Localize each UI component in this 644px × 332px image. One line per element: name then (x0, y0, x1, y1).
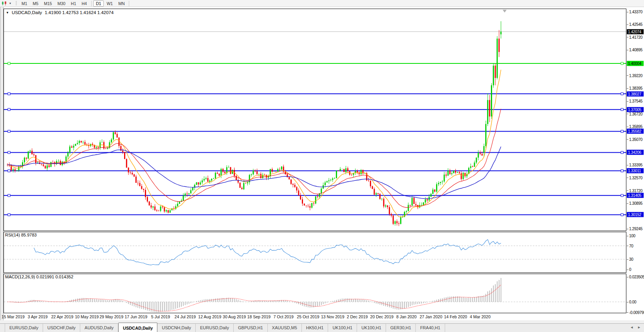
tab-scroll-right-icon[interactable]: ► (637, 325, 641, 329)
timeframe-mn[interactable]: MN (115, 0, 127, 7)
tab-scroll-left-icon[interactable]: ◄ (630, 325, 633, 329)
price-tick: 1.29245 (629, 227, 642, 231)
date-label: 10 May 2019 (75, 314, 99, 319)
macd-tick: 0.023505 (629, 275, 644, 279)
chart-tab-usdcad-daily[interactable]: USDCAD,Daily (118, 323, 157, 332)
chart-tab-hk50-h1[interactable]: HK50,H1 (302, 324, 328, 332)
toolbar-grip[interactable] (16, 1, 17, 6)
date-label: 7 Oct 2019 (273, 314, 293, 319)
toolbar-separator (91, 1, 92, 6)
rsi-tick: 30 (629, 257, 633, 262)
date-axis[interactable]: 15 Mar 20193 Apr 201922 Apr 201910 May 2… (4, 313, 626, 319)
date-label: 5 Jul 2019 (151, 314, 170, 319)
timeframe-h4[interactable]: H4 (79, 0, 90, 7)
chart-tab-audusd-daily[interactable]: AUDUSD,Daily (80, 324, 118, 332)
price-tick: 1.40895 (629, 48, 642, 52)
chart-title: ▼ USDCAD,Daily 1.41900 1.42753 1.41624 1… (6, 10, 114, 15)
chart-tab-gbpusd-h1[interactable]: GBPUSD,H1 (234, 324, 268, 332)
chart-tab-ger30-h1[interactable]: GER30,H1 (386, 324, 416, 332)
chart-tab-usdcnh-daily[interactable]: USDCNH,Daily (157, 324, 196, 332)
timeframe-group: M1M5M15M30H1H4 (19, 0, 90, 7)
tab-scroll-buttons: ◄ ► (630, 325, 641, 329)
macd-tick: -0.009795 (629, 310, 644, 314)
price-tick: 1.30895 (629, 201, 642, 206)
chart-type-dropdown-icon[interactable]: ▾ (8, 2, 13, 5)
collapse-icon[interactable]: ▼ (6, 11, 9, 14)
main-pane (4, 9, 626, 231)
chart-tab-uk100-h1[interactable]: UK100,H1 (357, 324, 386, 332)
date-label: 8 Jan 2020 (396, 314, 417, 319)
timeframe-w1[interactable]: W1 (104, 0, 115, 7)
current-price-tag: 1.42074 (627, 29, 644, 34)
date-label: 17 Jun 2019 (125, 314, 148, 319)
date-label: 25 Oct 2019 (297, 314, 319, 319)
timeframe-m1[interactable]: M1 (19, 0, 30, 7)
price-tick: 1.39220 (629, 73, 642, 78)
date-label: 2 Dec 2019 (347, 314, 368, 319)
chart-symbol-label: USDCAD,Daily (12, 10, 42, 15)
timeframe-m5[interactable]: M5 (30, 0, 41, 7)
price-level-tag[interactable]: 1.35582 (627, 129, 644, 134)
macd-indicator-label: MACD(12,26,9) 0.021991 0.014352 (5, 274, 73, 279)
price-level-tag[interactable]: 1.37005 (627, 107, 644, 112)
date-label: 29 May 2019 (99, 314, 123, 319)
price-tick: 1.35895 (629, 125, 642, 129)
rsi-tick: 0 (629, 267, 631, 272)
toolbar-separator-2 (129, 1, 129, 6)
chart-tab-xauusd-m5[interactable]: XAUUSD,M5 (268, 324, 302, 332)
date-label: 24 Jul 2019 (175, 314, 196, 319)
macd-tick: 0.00 (629, 300, 636, 304)
price-tick: 1.33395 (629, 163, 642, 167)
mt4-terminal: ▾ M1M5M15M30H1H4 D1W1MN ▼ USDCAD,Daily 1… (0, 0, 644, 332)
rsi-indicator-label: RSI(14) 85.9783 (5, 233, 37, 237)
price-tick: 1.38395 (629, 86, 642, 90)
chart-tab-usdchf-daily[interactable]: USDCHF,Daily (43, 324, 80, 332)
timeframe-group-2: D1W1MN (93, 0, 128, 7)
chart-window: ▼ USDCAD,Daily 1.41900 1.42753 1.41624 1… (0, 7, 644, 320)
date-label: 13 Nov 2019 (321, 314, 345, 319)
chart-tab-bar: EURUSD,DailyUSDCHF,DailyAUDUSD,DailyUSDC… (0, 323, 644, 332)
chart-ohlc-values: 1.41900 1.42753 1.41624 1.42074 (45, 10, 114, 15)
price-tick: 1.43370 (629, 10, 642, 14)
chart-type-icon[interactable] (1, 1, 7, 6)
macd-pane (4, 274, 626, 313)
price-tick: 1.36720 (629, 112, 642, 116)
date-label: 4 Mar 2020 (470, 314, 491, 319)
price-level-tag[interactable]: 1.31405 (627, 193, 644, 198)
date-label: 18 Sep 2019 (247, 314, 271, 319)
chart-tab-eurusd-daily[interactable]: EURUSD,Daily (196, 324, 234, 332)
price-level-tag[interactable]: 1.40004 (627, 61, 644, 66)
timeframe-d1[interactable]: D1 (93, 0, 104, 7)
price-chart-svg[interactable] (4, 9, 626, 313)
price-level-tag[interactable]: 1.34206 (627, 150, 644, 155)
chart-tab-eurusd-daily[interactable]: EURUSD,Daily (5, 324, 43, 332)
price-tick: 1.37545 (629, 99, 642, 103)
date-label: 14 Feb 2020 (444, 314, 467, 319)
date-label: 30 Aug 2019 (223, 314, 246, 319)
timeframe-m15[interactable]: M15 (41, 0, 54, 7)
price-tick: 1.31720 (629, 188, 642, 193)
rsi-tick: 70 (629, 244, 633, 248)
timeframes-toolbar: ▾ M1M5M15M30H1H4 D1W1MN (0, 0, 644, 7)
date-label: 3 Apr 2019 (28, 314, 48, 319)
rsi-tick: 100 (629, 234, 635, 238)
price-level-tag[interactable]: 1.33011 (627, 168, 644, 173)
date-label: 12 Aug 2019 (198, 314, 221, 319)
date-label: 20 Dec 2019 (370, 314, 394, 319)
timeframe-m30[interactable]: M30 (55, 0, 68, 7)
price-tick: 1.32570 (629, 175, 642, 180)
date-label: 22 Apr 2019 (51, 314, 74, 319)
rsi-pane (4, 232, 626, 273)
price-level-tag[interactable]: 1.30152 (627, 212, 644, 217)
price-level-tag[interactable]: 1.38027 (627, 91, 644, 96)
price-tick: 1.42545 (629, 22, 642, 27)
chart-tab-fra40-h1[interactable]: FRA40,H1 (416, 324, 445, 332)
date-label: 15 Mar 2019 (2, 314, 25, 319)
price-axis[interactable]: 1.433701.425451.417201.408951.392201.383… (626, 9, 644, 313)
chart-area[interactable] (4, 9, 626, 313)
timeframe-h1[interactable]: H1 (68, 0, 79, 7)
window-left-edge (0, 7, 4, 320)
date-label: 27 Jan 2020 (420, 314, 442, 319)
chart-tab-uk100-h1[interactable]: UK100,H1 (328, 324, 357, 332)
price-tick: 1.35070 (629, 137, 642, 141)
